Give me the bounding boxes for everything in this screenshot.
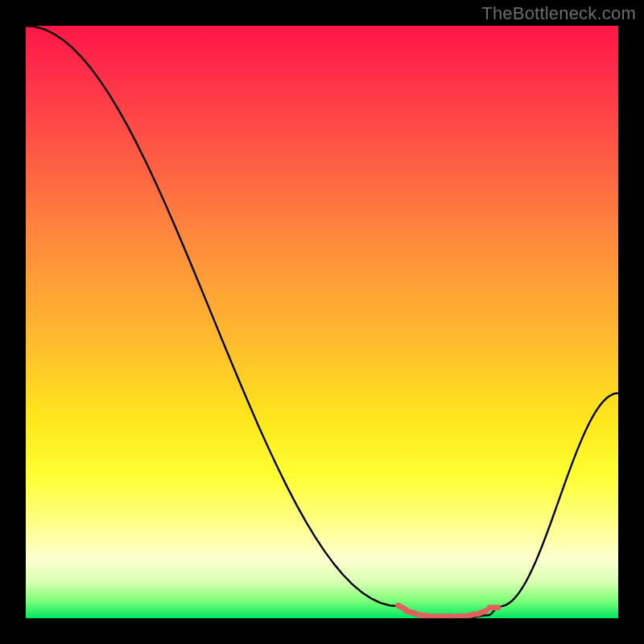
bottleneck-curve: [26, 26, 618, 618]
marker-dash: [407, 611, 415, 613]
chart-svg: [26, 26, 618, 618]
marker-dash: [419, 615, 427, 616]
marker-dash: [478, 611, 486, 614]
marker-dash: [398, 605, 407, 609]
marker-dash: [454, 616, 463, 617]
chart-frame: TheBottleneck.com: [0, 0, 644, 644]
watermark-text: TheBottleneck.com: [481, 3, 636, 24]
plot-area: [26, 26, 618, 618]
marker-dash: [466, 614, 475, 617]
